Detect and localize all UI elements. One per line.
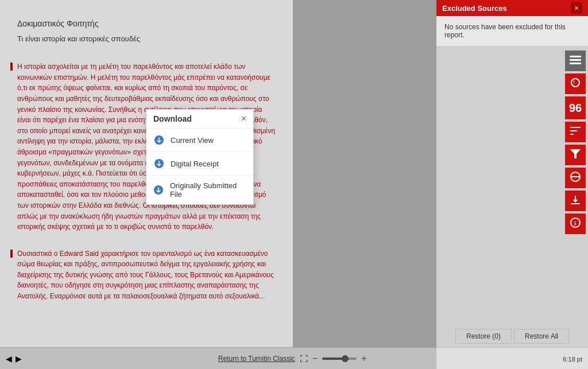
block-icon — [570, 172, 581, 184]
funnel-icon — [570, 149, 581, 161]
svg-rect-2 — [570, 63, 581, 64]
excluded-sources-title: Excluded Sources — [442, 4, 507, 13]
download-icon-btn[interactable] — [565, 191, 586, 211]
layers-icon — [570, 54, 581, 68]
filter-icon-btn[interactable] — [565, 122, 586, 142]
layers-icon-btn[interactable] — [565, 51, 586, 71]
svg-rect-7 — [570, 134, 574, 135]
info-icon-btn[interactable]: i — [565, 213, 586, 234]
svg-rect-1 — [570, 59, 581, 61]
modal-overlay: Download × Current View Digital Receipt — [0, 0, 436, 369]
download-icon — [571, 195, 580, 207]
excluded-sources-close[interactable]: × — [571, 2, 582, 14]
excluded-sources-bar: Excluded Sources × — [436, 0, 588, 16]
download-original-item[interactable]: Originally Submitted File — [146, 176, 253, 204]
funnel-icon-btn[interactable] — [565, 145, 586, 165]
tool-icons-panel: ! 96 — [436, 46, 588, 234]
download-receipt-label: Digital Receipt — [171, 160, 219, 168]
svg-text:i: i — [574, 220, 576, 227]
similarity-score-btn[interactable]: 96 — [565, 96, 586, 119]
block-icon-btn[interactable] — [565, 168, 586, 188]
modal-title: Download — [153, 114, 192, 123]
info-icon: i — [570, 217, 581, 230]
svg-rect-5 — [570, 127, 581, 128]
no-sources-message: No sources have been excluded for this r… — [436, 16, 588, 46]
restore-zero-button[interactable]: Restore (0) — [455, 329, 512, 344]
filter-icon — [570, 127, 581, 137]
download-modal: Download × Current View Digital Receipt — [146, 109, 254, 205]
download-current-label: Current View — [171, 136, 214, 145]
download-receipt-item[interactable]: Digital Receipt — [146, 152, 253, 176]
svg-text:!: ! — [573, 80, 575, 86]
download-original-label: Originally Submitted File — [170, 181, 246, 199]
flag-icon: ! — [570, 77, 581, 90]
download-receipt-icon — [153, 158, 165, 169]
svg-rect-13 — [571, 203, 580, 204]
page-indicator: 6:18 pt — [563, 356, 582, 363]
similarity-score-value: 96 — [569, 102, 582, 114]
download-current-icon — [153, 134, 165, 146]
svg-rect-6 — [570, 130, 577, 131]
bottom-right: 6:18 pt — [563, 354, 582, 364]
modal-close-button[interactable]: × — [241, 114, 246, 123]
download-original-icon — [153, 184, 164, 196]
svg-marker-8 — [570, 149, 581, 158]
restore-all-button[interactable]: Restore All — [514, 329, 569, 344]
flag-icon-btn[interactable]: ! — [565, 73, 586, 94]
svg-rect-0 — [570, 56, 581, 57]
right-sidebar: Excluded Sources × No sources have been … — [436, 0, 588, 369]
modal-header: Download × — [146, 110, 253, 129]
download-current-view-item[interactable]: Current View — [146, 129, 253, 152]
